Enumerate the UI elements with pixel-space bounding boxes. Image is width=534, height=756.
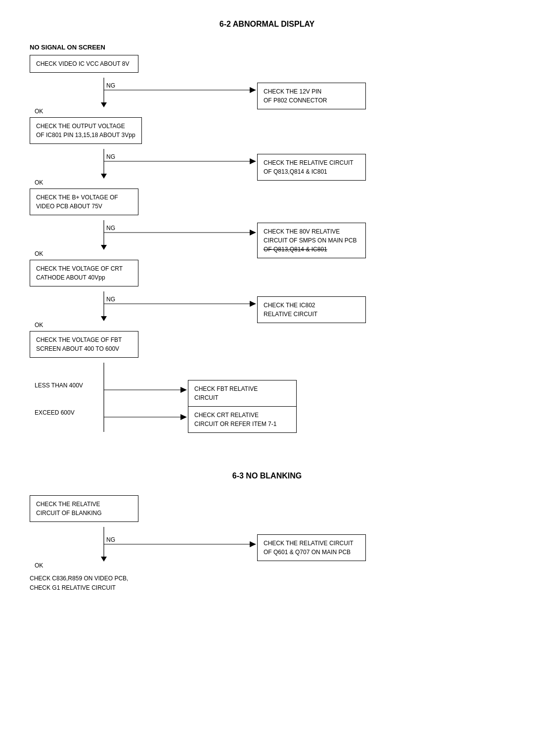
svg-marker-26 [180, 387, 187, 393]
svg-text:NG: NG [106, 296, 115, 303]
svg-text:OK: OK [35, 179, 43, 186]
box-s1-b8-line2: RELATIVE CIRCUIT [264, 310, 359, 319]
svg-marker-19 [101, 316, 107, 321]
svg-marker-1 [101, 102, 107, 107]
svg-marker-13 [101, 245, 107, 250]
connector1: NG OK CHECK THE 12V PIN OF P802 CONNECTO… [30, 78, 376, 117]
box-s1-b11-right: CHECK CRT RELATIVE CIRCUIT OR REFER ITEM… [188, 406, 297, 433]
box-s2-b2-line2: OF Q601 & Q707 ON MAIN PCB [264, 548, 359, 557]
connector-s2-1: NG OK CHECK THE RELATIVE CIRCUIT OF Q601… [30, 527, 376, 571]
svg-text:NG: NG [106, 225, 115, 232]
s2-ok-detail: CHECK C836,R859 ON VIDEO PCB, CHECK G1 R… [30, 574, 504, 593]
svg-text:NG: NG [106, 153, 115, 160]
svg-marker-7 [101, 174, 107, 179]
box-s1-b6-right: CHECK THE 80V RELATIVE CIRCUIT OF SMPS O… [257, 223, 366, 258]
subsection1-label: NO SIGNAL ON SCREEN [30, 44, 504, 51]
box-s1-b9: CHECK THE VOLTAGE OF FBT SCREEN ABOUT 40… [30, 331, 138, 358]
box-s2-b2-line1: CHECK THE RELATIVE CIRCUIT [264, 539, 359, 548]
box-s1-b10-right: CHECK FBT RELATIVE CIRCUIT [188, 380, 297, 407]
box-s1-b6-line2: CIRCUIT OF SMPS ON MAIN PCB [264, 236, 359, 245]
box-s1-b6-line1: CHECK THE 80V RELATIVE [264, 227, 359, 236]
svg-marker-28 [180, 414, 187, 420]
svg-text:NG: NG [106, 82, 115, 89]
svg-marker-15 [250, 230, 256, 236]
svg-text:OK: OK [35, 322, 43, 329]
svg-text:OK: OK [35, 250, 43, 257]
section2-title: 6-3 NO BLANKING [30, 472, 504, 480]
flow-step4: CHECK THE VOLTAGE OF CRT CATHODE ABOUT 4… [30, 260, 504, 286]
svg-marker-9 [250, 158, 256, 164]
svg-text:OK: OK [35, 108, 43, 115]
svg-marker-21 [250, 301, 256, 307]
flow-step3: CHECK THE B+ VOLTAGE OF VIDEO PCB ABOUT … [30, 189, 504, 215]
box-s1-b8-line1: CHECK THE IC802 [264, 301, 359, 310]
flow-step5: CHECK THE VOLTAGE OF FBT SCREEN ABOUT 40… [30, 331, 504, 358]
box-s1-b8-right: CHECK THE IC802 RELATIVE CIRCUIT [257, 296, 366, 323]
flow-step2: CHECK THE OUTPUT VOLTAGE OF IC801 PIN 13… [30, 117, 504, 144]
connector4: NG OK CHECK THE IC802 RELATIVE CIRCUIT [30, 291, 376, 331]
flow-s2-step1: CHECK THE RELATIVE CIRCUIT OF BLANKING [30, 495, 504, 522]
box-s1-b3: CHECK THE OUTPUT VOLTAGE OF IC801 PIN 13… [30, 117, 142, 144]
connector2: NG OK CHECK THE RELATIVE CIRCUIT OF Q813… [30, 149, 376, 189]
svg-marker-3 [250, 87, 256, 93]
flowchart-section2: CHECK THE RELATIVE CIRCUIT OF BLANKING N… [30, 495, 504, 593]
box-s2-b2-right: CHECK THE RELATIVE CIRCUIT OF Q601 & Q70… [257, 534, 366, 561]
connector5: LESS THAN 400V EXCEED 600V CHECK FBT REL… [30, 363, 376, 442]
flowchart-section1: NO SIGNAL ON SCREEN CHECK VIDEO IC VCC A… [30, 44, 504, 442]
box-s1-b6-line3: OF Q813,Q814 & IC801 [264, 245, 359, 254]
section1-title: 6-2 ABNORMAL DISPLAY [30, 20, 504, 29]
svg-text:LESS THAN 400V: LESS THAN 400V [35, 382, 83, 389]
flow-step1: CHECK VIDEO IC VCC ABOUT 8V [30, 55, 504, 73]
box-s2-b1: CHECK THE RELATIVE CIRCUIT OF BLANKING [30, 495, 138, 522]
box-s1-b5: CHECK THE B+ VOLTAGE OF VIDEO PCB ABOUT … [30, 189, 138, 215]
svg-marker-34 [250, 541, 256, 547]
box-s1-b1: CHECK VIDEO IC VCC ABOUT 8V [30, 55, 138, 73]
box-s1-b4-right: CHECK THE RELATIVE CIRCUIT OF Q813,Q814 … [257, 154, 366, 181]
box-s1-b2-right: CHECK THE 12V PIN OF P802 CONNECTOR [257, 83, 366, 109]
svg-text:EXCEED 600V: EXCEED 600V [35, 409, 75, 416]
svg-text:OK: OK [35, 562, 43, 569]
box-s1-b7: CHECK THE VOLTAGE OF CRT CATHODE ABOUT 4… [30, 260, 138, 286]
svg-marker-32 [101, 557, 107, 562]
connector3: NG OK CHECK THE 80V RELATIVE CIRCUIT OF … [30, 220, 376, 260]
svg-text:NG: NG [106, 536, 115, 543]
